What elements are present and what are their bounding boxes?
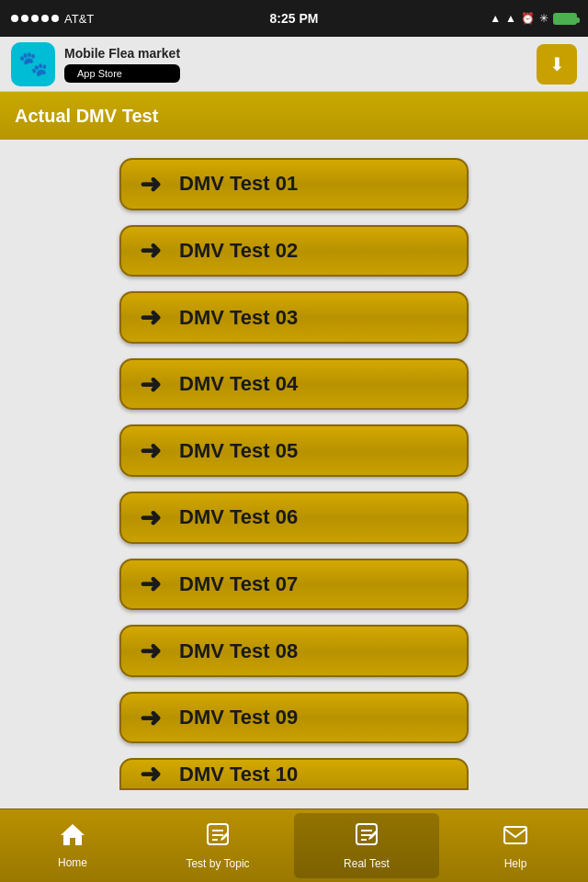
status-left: AT&T [11,12,94,26]
test-button-04[interactable]: ➜ DMV Test 04 [119,358,469,411]
arrow-icon-09: ➜ [140,703,161,733]
tab-bar: Home Test by Topic Real Test [0,808,588,882]
arrow-icon-03: ➜ [140,302,161,333]
ad-banner[interactable]: 🐾 Mobile Flea market App Store ⬇ [0,37,588,92]
test-label-07: DMV Test 07 [179,572,298,596]
arrow-icon-06: ➜ [140,503,161,533]
tab-help-label: Help [504,857,527,870]
tab-home[interactable]: Home [0,809,145,882]
status-time: 8:25 PM [270,11,319,26]
pencil-icon [205,821,231,854]
test-list: ➜ DMV Test 01 ➜ DMV Test 02 ➜ DMV Test 0… [0,140,588,808]
svg-rect-11 [504,827,526,843]
app-store-badge[interactable]: App Store [64,64,180,83]
test-label-10: DMV Test 10 [179,763,298,786]
dot-2 [21,15,28,22]
arrow-icon-08: ➜ [140,636,161,666]
tab-test-by-topic-label: Test by Topic [186,857,249,870]
alarm-icon: ⏰ [521,12,535,25]
test-label-01: DMV Test 01 [179,172,298,196]
svg-marker-0 [61,824,85,845]
help-icon [503,821,528,854]
test-button-02[interactable]: ➜ DMV Test 02 [119,225,469,277]
tab-real-test[interactable]: Real Test [294,813,439,878]
tab-help[interactable]: Help [443,809,588,882]
test-label-06: DMV Test 06 [179,505,298,529]
arrow-icon-07: ➜ [140,569,161,599]
carrier-label: AT&T [64,12,94,26]
download-button[interactable]: ⬇ [537,44,577,85]
arrow-icon-01: ➜ [140,169,161,199]
status-bar: AT&T 8:25 PM ▲ ▲ ⏰ ✳ [0,0,588,37]
tab-test-by-topic[interactable]: Test by Topic [145,809,290,882]
test-label-08: DMV Test 08 [179,639,298,663]
test-label-03: DMV Test 03 [179,306,298,330]
arrow-icon-10: ➜ [140,759,161,789]
test-button-06[interactable]: ➜ DMV Test 06 [119,492,469,544]
app-store-label: App Store [77,68,122,79]
arrow-icon-04: ➜ [140,369,161,400]
test-label-05: DMV Test 05 [179,439,298,463]
tab-home-label: Home [58,856,87,869]
home-icon [59,822,86,853]
test-button-01[interactable]: ➜ DMV Test 01 [119,158,469,210]
test-button-05[interactable]: ➜ DMV Test 05 [119,424,469,477]
test-button-08[interactable]: ➜ DMV Test 08 [119,625,469,677]
test-button-10-partial[interactable]: ➜ DMV Test 10 [119,758,469,790]
signal-icon: ▲ [490,12,501,25]
location-icon: ▲ [505,12,516,25]
page-title: Actual DMV Test [15,106,158,127]
dot-4 [41,15,49,22]
bluetooth-icon: ✳ [539,12,548,25]
arrow-icon-02: ➜ [140,235,161,266]
test-label-04: DMV Test 04 [179,372,298,396]
battery-icon [553,13,577,25]
signal-dots [11,15,59,22]
ad-app-icon: 🐾 [11,42,55,86]
test-label-02: DMV Test 02 [179,239,298,263]
tab-real-test-label: Real Test [344,857,390,870]
arrow-icon-05: ➜ [140,435,161,466]
dot-1 [11,15,18,22]
dot-5 [51,15,59,22]
ad-app-name: Mobile Flea market [64,46,180,61]
test-button-07[interactable]: ➜ DMV Test 07 [119,559,469,611]
dot-3 [31,15,39,22]
download-icon: ⬇ [549,53,565,75]
page-header: Actual DMV Test [0,92,588,140]
test-button-03[interactable]: ➜ DMV Test 03 [119,291,469,344]
status-right: ▲ ▲ ⏰ ✳ [490,12,577,25]
test-label-09: DMV Test 09 [179,706,298,729]
real-test-icon [354,821,379,854]
test-button-09[interactable]: ➜ DMV Test 09 [119,692,469,744]
